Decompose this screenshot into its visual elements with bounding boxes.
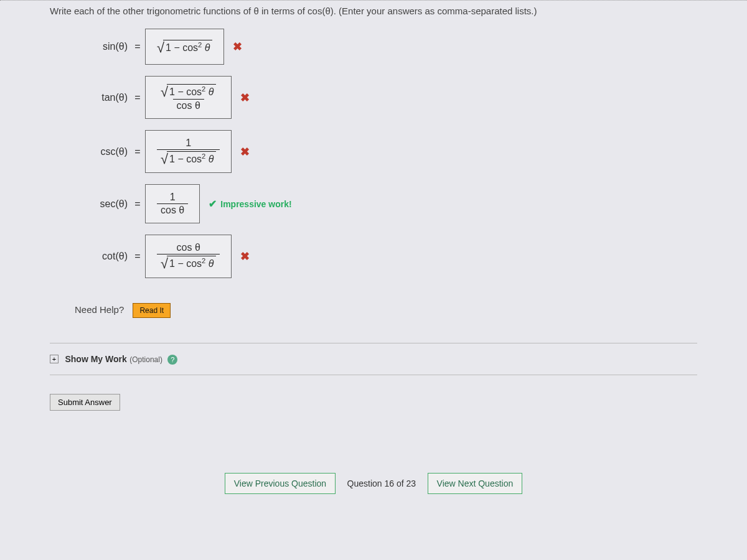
- lhs-sin: sin(θ): [75, 41, 130, 52]
- answer-box-cot[interactable]: cos θ √ 1 − cos2 θ: [145, 235, 232, 278]
- expand-icon: +: [50, 355, 59, 363]
- lhs-csc: csc(θ): [75, 146, 130, 157]
- question-position: Question 16 of 23: [347, 478, 416, 488]
- equals: =: [130, 251, 145, 262]
- wrong-icon: ✖: [240, 145, 250, 159]
- sqrt-icon: √: [161, 257, 168, 271]
- math-text: cos θ: [173, 99, 204, 112]
- lhs-sec: sec(θ): [75, 198, 130, 210]
- need-help-row: Need Help? Read It: [75, 303, 697, 318]
- show-work-title: Show My Work: [65, 354, 126, 364]
- row-sec: sec(θ) = 1 cos θ ✔ Impressive work!: [75, 184, 697, 223]
- correct-icon: ✔: [209, 198, 217, 210]
- row-csc: csc(θ) = 1 √ 1 − cos2 θ ✖: [75, 130, 697, 173]
- wrong-icon: ✖: [240, 91, 250, 105]
- equals: =: [130, 41, 145, 52]
- lhs-cot: cot(θ): [75, 251, 130, 262]
- row-tan: tan(θ) = √ 1 − cos2 θ cos θ ✖: [75, 76, 697, 119]
- math-text: 1 − cos: [166, 42, 198, 53]
- answer-box-sin[interactable]: √ 1 − cos2 θ: [145, 29, 224, 65]
- math-sup: 2: [198, 41, 202, 49]
- read-it-button[interactable]: Read It: [133, 303, 171, 318]
- equals: =: [130, 146, 145, 157]
- equals: =: [130, 92, 145, 103]
- submit-answer-button[interactable]: Submit Answer: [50, 394, 120, 411]
- answer-box-sec[interactable]: 1 cos θ: [145, 184, 200, 223]
- show-my-work-toggle[interactable]: + Show My Work (Optional) ?: [50, 343, 697, 375]
- prev-question-button[interactable]: View Previous Question: [225, 473, 336, 494]
- need-help-label: Need Help?: [75, 304, 124, 315]
- math-sup: 2: [202, 85, 205, 93]
- next-question-button[interactable]: View Next Question: [428, 473, 523, 494]
- wrong-icon: ✖: [233, 40, 242, 54]
- math-text: 1 − cos: [169, 258, 202, 269]
- equals: =: [130, 198, 145, 210]
- math-text: 1 − cos: [169, 86, 202, 97]
- math-text: cos θ: [173, 241, 204, 254]
- math-text: cos θ: [157, 203, 188, 217]
- theta: θ: [209, 258, 214, 269]
- math-text: 1 − cos: [169, 154, 202, 164]
- show-work-optional: (Optional): [129, 355, 162, 364]
- answer-box-csc[interactable]: 1 √ 1 − cos2 θ: [145, 130, 232, 173]
- theta: θ: [205, 42, 210, 53]
- math-sup: 2: [202, 152, 205, 160]
- answer-box-tan[interactable]: √ 1 − cos2 θ cos θ: [145, 76, 232, 119]
- math-sup: 2: [202, 257, 205, 264]
- sqrt-icon: √: [157, 41, 164, 55]
- math-text: 1: [182, 137, 195, 149]
- wrong-icon: ✖: [240, 250, 250, 263]
- lhs-tan: tan(θ): [75, 92, 130, 103]
- row-cot: cot(θ) = cos θ √ 1 − cos2 θ ✖: [75, 235, 697, 278]
- sqrt-icon: √: [161, 152, 168, 166]
- row-sin: sin(θ) = √ 1 − cos2 θ ✖: [75, 29, 697, 65]
- sqrt-icon: √: [161, 85, 168, 99]
- feedback-text: Impressive work!: [220, 199, 291, 209]
- instruction-text: Write each of the other trigonometric fu…: [50, 6, 697, 16]
- help-icon[interactable]: ?: [167, 355, 177, 365]
- math-text: 1: [166, 191, 179, 203]
- question-nav: View Previous Question Question 16 of 23…: [50, 473, 697, 494]
- theta: θ: [209, 86, 214, 97]
- theta: θ: [209, 154, 214, 164]
